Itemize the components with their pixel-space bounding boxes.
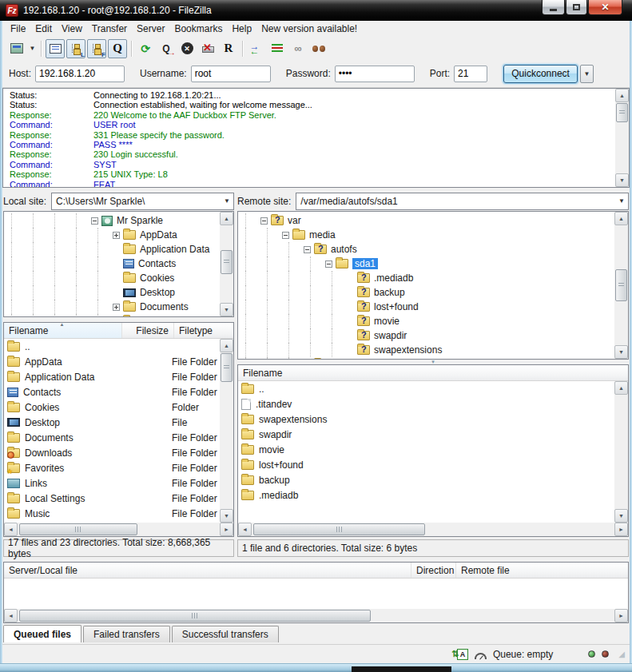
scroll-down-arrow[interactable]: ▼: [220, 509, 233, 523]
reconnect-button[interactable]: R: [219, 39, 238, 58]
file-row-desktop[interactable]: DesktopFile: [4, 415, 220, 430]
scroll-down-arrow[interactable]: ▼: [614, 345, 628, 359]
menu-view[interactable]: View: [57, 22, 87, 36]
tree-item-downloads[interactable]: Downloads: [4, 314, 233, 317]
expand-expander[interactable]: [113, 232, 120, 239]
column-header-remote-file[interactable]: Remote file: [456, 563, 628, 578]
site-manager-button[interactable]: [7, 39, 26, 58]
collapse-expander[interactable]: [325, 260, 332, 268]
menu-file[interactable]: File: [6, 22, 30, 36]
file-search-button[interactable]: [309, 39, 328, 58]
chevron-down-icon[interactable]: ▼: [618, 197, 625, 205]
scroll-left-arrow[interactable]: ◄: [4, 609, 18, 622]
file-row-appdata[interactable]: AppDataFile Folder: [4, 354, 220, 369]
scroll-left-arrow[interactable]: ◄: [238, 523, 252, 536]
quickconnect-button[interactable]: Quickconnect: [503, 65, 578, 83]
file-row-contacts[interactable]: ContactsFile Folder: [4, 384, 220, 400]
tree-item-mr-sparkle[interactable]: Mr Sparkle: [4, 213, 233, 228]
file-row-movie[interactable]: movie: [238, 442, 614, 457]
title-bar[interactable]: Fz 192.168.1.20 - root@192.168.1.20 - Fi…: [0, 0, 632, 21]
chevron-down-icon[interactable]: ▼: [224, 197, 230, 205]
file-row-mediadb[interactable]: .mediadb: [238, 487, 614, 503]
scroll-down-arrow[interactable]: ▼: [615, 173, 629, 187]
scrollbar-thumb[interactable]: [221, 250, 233, 274]
scroll-down-arrow[interactable]: ▼: [614, 509, 628, 523]
scroll-left-arrow[interactable]: ◄: [4, 523, 18, 536]
tree-item-contacts[interactable]: Contacts: [4, 256, 233, 271]
menu-edit[interactable]: Edit: [30, 22, 57, 36]
scroll-up-arrow[interactable]: ▲: [614, 381, 628, 395]
log-vertical-scrollbar[interactable]: ▲ ▼: [615, 89, 629, 187]
scroll-right-arrow[interactable]: ►: [614, 523, 628, 536]
resize-grip[interactable]: ◢: [618, 650, 625, 658]
tree-item-swapextensions[interactable]: swapextensions: [238, 343, 628, 357]
file-row-cookies[interactable]: CookiesFolder: [4, 400, 220, 415]
tree-item-var[interactable]: var: [238, 213, 628, 228]
tree-item-lost-found[interactable]: lost+found: [238, 300, 628, 314]
expand-expander[interactable]: [113, 304, 120, 311]
filename-filters-button[interactable]: ∞: [288, 39, 308, 58]
file-row-swapextensions[interactable]: swapextensions: [238, 412, 614, 427]
collapse-expander[interactable]: [304, 246, 311, 253]
file-row-downloads[interactable]: DownloadsFile Folder: [4, 445, 220, 460]
close-button[interactable]: ✕: [588, 0, 622, 15]
column-header-filename[interactable]: ▲Filename: [4, 323, 122, 338]
scroll-up-arrow[interactable]: ▲: [615, 89, 629, 102]
local-list-horizontal-scrollbar[interactable]: ◄ ►: [4, 523, 233, 536]
minimize-button[interactable]: [542, 0, 565, 15]
scroll-down-arrow[interactable]: ▼: [220, 303, 233, 316]
local-site-combobox[interactable]: C:\Users\Mr Sparkle\ ▼: [51, 193, 234, 210]
column-header-filesize[interactable]: Filesize: [122, 323, 174, 338]
tree-item-swapdir[interactable]: swapdir: [238, 328, 628, 343]
tab-queued-files[interactable]: Queued files: [3, 625, 81, 642]
tree-item-desktop[interactable]: Desktop: [4, 285, 233, 300]
local-tree-vertical-scrollbar[interactable]: ▲ ▼: [220, 212, 233, 316]
toggle-queue-button[interactable]: Q: [108, 39, 127, 58]
file-row-favorites[interactable]: FavoritesFile Folder: [4, 460, 220, 475]
menu-new-version[interactable]: New version available!: [256, 22, 362, 36]
scroll-right-arrow[interactable]: ►: [614, 609, 628, 622]
file-row-application-data[interactable]: Application DataFile Folder: [4, 369, 220, 384]
scroll-up-arrow[interactable]: ▲: [220, 212, 233, 225]
password-input[interactable]: [335, 66, 415, 82]
file-row-local-settings[interactable]: Local SettingsFile Folder: [4, 491, 220, 506]
tree-item-backup[interactable]: backup: [238, 285, 628, 300]
tab-failed-transfers[interactable]: Failed transfers: [83, 626, 170, 642]
tree-item-cookies[interactable]: Cookies: [4, 271, 233, 285]
file-row-lost-found[interactable]: lost+found: [238, 457, 614, 472]
collapse-expander[interactable]: [91, 217, 98, 225]
scroll-right-arrow[interactable]: ►: [220, 523, 233, 536]
scrollbar-thumb[interactable]: [221, 353, 233, 382]
speed-limits-icon[interactable]: [475, 653, 487, 659]
directory-comparison-button[interactable]: [247, 39, 266, 58]
process-queue-button[interactable]: Q: [157, 39, 176, 58]
toggle-remote-tree-button[interactable]: F: [87, 39, 106, 58]
menu-server[interactable]: Server: [132, 22, 169, 36]
file-row-titandev[interactable]: .titandev: [238, 396, 614, 412]
tree-item-documents[interactable]: Documents: [4, 300, 233, 314]
tree-item-movie[interactable]: movie: [238, 314, 628, 328]
port-input[interactable]: [454, 66, 487, 82]
site-manager-dropdown-button[interactable]: ▼: [27, 39, 38, 58]
column-header-filetype[interactable]: Filetype: [174, 323, 233, 338]
remote-tree-vertical-scrollbar[interactable]: ▲ ▼: [614, 212, 628, 359]
tree-item-autofs[interactable]: autofs: [238, 242, 628, 256]
file-row-swapdir[interactable]: swapdir: [238, 427, 614, 442]
tree-item-application-data[interactable]: Application Data: [4, 242, 233, 256]
scrollbar-thumb[interactable]: [19, 523, 137, 535]
scrollbar-thumb[interactable]: [253, 523, 425, 535]
scrollbar-thumb[interactable]: [616, 103, 628, 122]
tree-item-sda1[interactable]: sda1: [238, 256, 628, 271]
menu-transfer[interactable]: Transfer: [87, 22, 132, 36]
scroll-up-arrow[interactable]: ▲: [614, 212, 628, 225]
username-input[interactable]: [191, 66, 271, 82]
quickconnect-dropdown-button[interactable]: ▼: [580, 65, 594, 83]
remote-list-horizontal-scrollbar[interactable]: ◄ ►: [238, 523, 628, 536]
queue-horizontal-scrollbar[interactable]: ◄ ►: [4, 609, 628, 622]
refresh-button[interactable]: ⟳: [136, 39, 155, 58]
collapse-expander[interactable]: [260, 217, 268, 225]
file-row-links[interactable]: LinksFile Folder: [4, 475, 220, 491]
toggle-message-log-button[interactable]: [46, 39, 65, 58]
synchronized-browsing-button[interactable]: [268, 39, 287, 58]
column-header-filename[interactable]: Filename: [238, 365, 628, 380]
